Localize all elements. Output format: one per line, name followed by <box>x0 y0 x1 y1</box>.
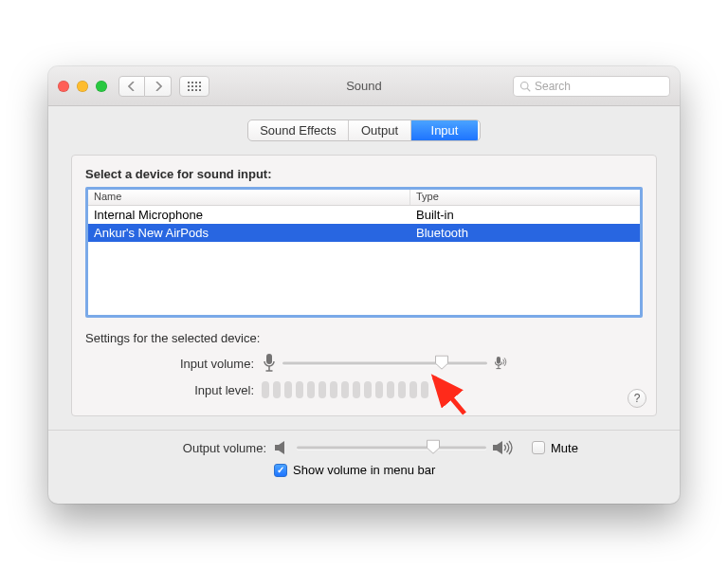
mute-checkbox[interactable] <box>532 441 545 454</box>
output-volume-slider[interactable] <box>297 440 486 455</box>
search-icon <box>519 81 531 92</box>
search-field-wrap[interactable] <box>513 76 670 97</box>
level-cell <box>398 381 406 398</box>
input-volume-row: Input volume: <box>85 353 643 374</box>
show-volume-menu-row: Show volume in menu bar <box>92 463 636 477</box>
svg-rect-5 <box>497 357 500 364</box>
show-volume-menu-label: Show volume in menu bar <box>293 463 435 477</box>
level-cell <box>284 381 292 398</box>
window-controls <box>58 81 107 92</box>
output-volume-label: Output volume: <box>92 441 274 455</box>
level-cell <box>273 381 281 398</box>
tab-sound-effects[interactable]: Sound Effects <box>248 120 349 140</box>
col-name-header[interactable]: Name <box>88 190 410 205</box>
show-volume-menu-checkbox[interactable] <box>274 464 287 477</box>
output-volume-row: Output volume: <box>92 440 636 455</box>
input-level-row: Input level: <box>85 381 643 398</box>
svg-line-1 <box>527 88 530 91</box>
input-volume-slider[interactable] <box>282 356 487 371</box>
titlebar: Sound <box>48 66 680 106</box>
nav-back-forward <box>118 76 172 97</box>
level-cell <box>421 381 428 398</box>
help-button[interactable]: ? <box>628 389 646 408</box>
selected-device-settings-heading: Settings for the selected device: <box>85 331 643 345</box>
input-volume-label: Input volume: <box>85 357 262 371</box>
level-cell <box>387 381 394 398</box>
table-header: Name Type <box>88 190 640 206</box>
device-type: Bluetooth <box>410 226 640 240</box>
device-name: Internal Microphone <box>88 208 410 222</box>
input-level-label: Input level: <box>85 383 262 397</box>
maximize-window-button[interactable] <box>96 81 107 92</box>
level-cell <box>410 381 417 398</box>
mute-label: Mute <box>551 441 578 455</box>
mic-low-icon <box>262 353 277 374</box>
level-cell <box>364 381 372 398</box>
speaker-low-icon <box>274 440 291 455</box>
apps-grid-icon <box>188 82 201 91</box>
input-panel: Select a device for sound input: Name Ty… <box>71 155 657 416</box>
forward-button[interactable] <box>145 76 172 97</box>
show-all-prefs-button[interactable] <box>179 76 209 97</box>
search-input[interactable] <box>535 80 664 93</box>
table-row[interactable]: Internal Microphone Built-in <box>88 206 640 224</box>
back-button[interactable] <box>118 76 145 97</box>
svg-rect-2 <box>266 354 272 364</box>
level-cell <box>341 381 349 398</box>
device-type: Built-in <box>410 208 640 222</box>
tab-output[interactable]: Output <box>349 120 411 140</box>
level-cell <box>318 381 326 398</box>
minimize-window-button[interactable] <box>77 81 88 92</box>
sound-preferences-window: Sound Sound Effects Output Input Select … <box>48 66 680 504</box>
col-type-header[interactable]: Type <box>410 190 640 205</box>
tab-input[interactable]: Input <box>411 120 478 140</box>
input-device-heading: Select a device for sound input: <box>85 167 643 181</box>
level-cell <box>307 381 315 398</box>
speaker-high-icon <box>492 440 515 455</box>
annotation-arrow <box>423 370 480 427</box>
sound-tabs: Sound Effects Output Input <box>247 120 481 141</box>
device-name: Ankur's New AirPods <box>88 226 410 240</box>
table-row[interactable]: Ankur's New AirPods Bluetooth <box>88 224 640 242</box>
close-window-button[interactable] <box>58 81 69 92</box>
input-level-meter <box>262 381 428 398</box>
output-volume-section: Output volume: <box>71 431 657 477</box>
level-cell <box>296 381 303 398</box>
content-area: Sound Effects Output Input Select a devi… <box>48 106 680 504</box>
level-cell <box>330 381 337 398</box>
input-device-table[interactable]: Name Type Internal Microphone Built-in A… <box>85 187 643 318</box>
level-cell <box>375 381 383 398</box>
mic-high-icon <box>493 353 508 374</box>
level-cell <box>262 381 269 398</box>
svg-point-0 <box>521 82 529 89</box>
level-cell <box>353 381 360 398</box>
